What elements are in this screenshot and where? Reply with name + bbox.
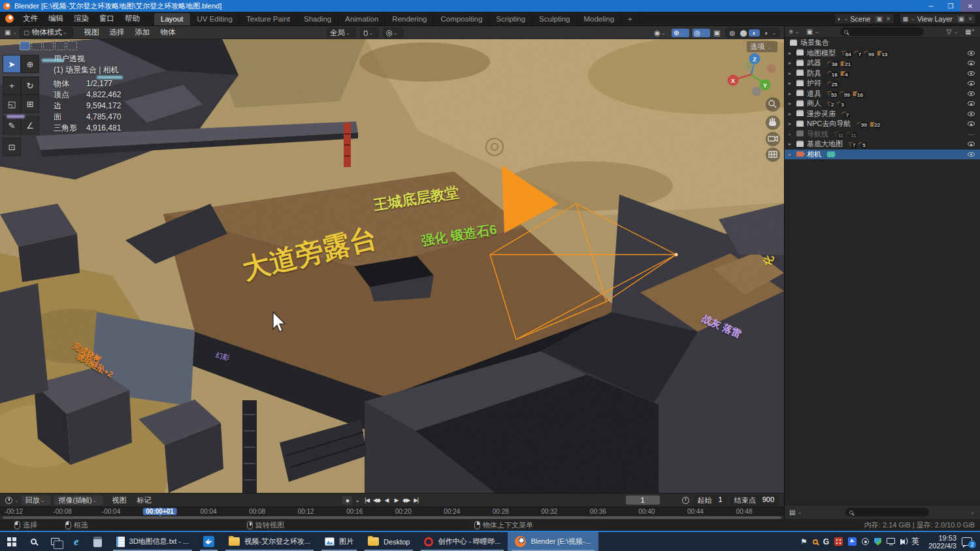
maximize-button[interactable]: ❐ <box>941 0 960 12</box>
outliner-row[interactable]: ▸武器◠38▦21 <box>785 58 980 69</box>
taskbar-windows-start-button[interactable] <box>0 532 24 551</box>
blender-menu-icon[interactable] <box>5 14 14 23</box>
timeline-menu[interactable]: 标记 <box>131 494 156 507</box>
expand-arrow-icon[interactable]: ▸ <box>789 141 796 147</box>
steam-tray-icon[interactable] <box>862 538 869 545</box>
workspace-tab[interactable]: Layout <box>154 13 191 25</box>
app-menu[interactable]: 渲染 <box>69 12 94 25</box>
taskbar-blue-bird-button[interactable] <box>196 532 221 551</box>
proportional-editing-dropdown[interactable]: ◎ ⌄ <box>383 27 404 38</box>
outliner-row[interactable]: ▸基底大地图▽7◠5 <box>785 139 980 150</box>
properties-editor-icon[interactable]: ▤ <box>789 509 795 516</box>
viewport-menu[interactable]: 添加 <box>129 26 155 39</box>
visibility-eye-icon[interactable] <box>968 71 975 76</box>
visibility-eye-icon[interactable] <box>968 152 975 157</box>
expand-arrow-icon[interactable]: ▸ <box>789 101 796 106</box>
visibility-eye-icon[interactable] <box>968 51 975 55</box>
snap-dropdown[interactable]: Ω ⌄ <box>360 27 379 38</box>
select-tweak-icon[interactable] <box>20 41 30 50</box>
new-scene-icon[interactable]: ▣ <box>875 16 883 22</box>
expand-arrow-icon[interactable]: ▸ <box>789 111 796 117</box>
tool-cursor[interactable]: ⊕ <box>21 55 39 73</box>
workspace-tab[interactable]: Compositing <box>434 13 489 25</box>
outliner-row[interactable]: ▸地图模型▽64◠7◠99▦13 <box>785 48 980 59</box>
app-menu[interactable]: 窗口 <box>94 12 120 25</box>
workspace-tab[interactable]: Modeling <box>577 13 621 25</box>
red-grid-tray-icon[interactable] <box>834 537 843 546</box>
display-mode-icon[interactable]: ▣ <box>807 28 813 35</box>
taskbar-folder-window[interactable]: 视频-艾尔登之环攻... <box>221 532 318 551</box>
next-keyframe-button[interactable]: ◆▶ <box>401 497 411 503</box>
axis-neg-z-ball[interactable] <box>753 87 761 96</box>
notification-center-icon[interactable]: 2 <box>962 537 972 546</box>
taskbar-pictures-window[interactable]: 图片 <box>318 532 361 551</box>
frame-start-field[interactable]: 起始1 <box>693 495 727 506</box>
timeline-menu[interactable]: 视图 <box>106 494 131 507</box>
tool-select-box[interactable]: ➤ <box>3 55 21 73</box>
jump-to-start-button[interactable]: |◀ <box>362 497 372 503</box>
workspace-tab[interactable]: Animation <box>338 13 385 25</box>
display-tray-icon[interactable] <box>887 538 895 544</box>
filter-icon[interactable]: ▽ <box>947 28 952 35</box>
outliner-row[interactable]: ▸道具▽53◠99▦16 <box>785 89 980 99</box>
tool-transform[interactable]: ⊞ <box>21 95 39 113</box>
workspace-tab[interactable]: Texture Paint <box>240 13 297 25</box>
select-lasso-icon[interactable] <box>55 41 65 50</box>
taskbar-folder-window[interactable]: Desktop <box>361 532 417 551</box>
g-hub-tray-icon[interactable]: G <box>823 537 829 546</box>
expand-arrow-icon[interactable]: ▸ <box>789 121 796 127</box>
transform-orientation-dropdown[interactable]: 全局 ⌄ <box>327 27 356 38</box>
prev-keyframe-button[interactable]: ◀◆ <box>372 497 382 503</box>
expand-arrow-icon[interactable]: ▸ <box>789 91 796 97</box>
tool-scale[interactable]: ◱ <box>3 95 21 113</box>
timeline-ruler[interactable]: -00:12-00:08-00:0400:00+0100:0400:0800:1… <box>0 507 784 516</box>
play-button[interactable]: ▶ <box>391 497 401 503</box>
rendered-shading-icon[interactable]: ◑ <box>760 29 771 37</box>
record-button[interactable]: ● <box>342 496 352 505</box>
workspace-tab[interactable]: Rendering <box>385 13 434 25</box>
taskbar-search-button[interactable] <box>24 532 44 551</box>
mode-dropdown[interactable]: ▢ 物体模式 ⌄ <box>20 27 73 38</box>
timeline-dropdown[interactable]: 回放⌄ <box>22 496 52 505</box>
tool-measure[interactable]: ∠ <box>21 116 39 134</box>
jump-to-end-button[interactable]: ▶| <box>411 497 421 503</box>
axis-neg-x-ball[interactable] <box>768 65 776 73</box>
auto-keying-clock-icon[interactable] <box>682 497 689 504</box>
outliner-row[interactable]: ▸导航线▽11◠11 <box>785 129 980 140</box>
expand-arrow-icon[interactable]: ▸ <box>789 50 796 56</box>
visibility-eye-icon[interactable] <box>968 101 975 106</box>
viewport-menu[interactable]: 选择 <box>104 26 129 39</box>
visibility-eye-icon[interactable] <box>968 142 975 146</box>
tool-annotate[interactable]: ✎ <box>3 116 21 134</box>
gizmos-toggle[interactable]: ⊕⌄ <box>672 29 689 37</box>
tool-add-cube[interactable]: ⊡ <box>3 138 21 156</box>
visibility-eye-icon[interactable] <box>968 61 975 65</box>
overlays-toggle[interactable]: ◎⌄ <box>693 29 710 37</box>
defender-tray-icon[interactable] <box>874 538 881 546</box>
visibility-dropdown[interactable]: ◉⌄ <box>654 29 668 37</box>
options-button[interactable]: 选项 ⌄ <box>747 41 777 52</box>
app-menu[interactable]: 帮助 <box>120 12 145 25</box>
visibility-eye-icon[interactable] <box>968 112 975 116</box>
select-circle-icon[interactable] <box>43 41 54 50</box>
xray-toggle[interactable]: ▣ <box>713 29 720 37</box>
tool-move[interactable]: + <box>3 76 21 95</box>
ime-indicator[interactable]: 英 <box>911 536 919 547</box>
3d-viewport[interactable]: Z X Y <box>0 39 784 493</box>
material-preview-icon[interactable]: ◐ <box>749 29 760 37</box>
outliner-row[interactable]: ▸漫步灵庙◠7 <box>785 109 980 119</box>
outliner-root-row[interactable]: 场景集合 <box>785 38 980 48</box>
expand-arrow-icon[interactable]: ▸ <box>789 60 796 66</box>
search-orange-tray-icon[interactable] <box>813 539 818 544</box>
clock[interactable]: 19:53 2022/4/3 <box>928 534 956 550</box>
visibility-eye-icon[interactable] <box>968 133 975 135</box>
select-extend-icon[interactable] <box>67 41 77 50</box>
current-frame-field[interactable]: 1 <box>626 496 660 505</box>
outliner-row[interactable]: ▸护符◠25 <box>785 78 980 89</box>
taskbar-task-view-button[interactable] <box>44 532 67 551</box>
workspace-tab[interactable]: + <box>621 13 640 25</box>
frame-end-field[interactable]: 结束点900 <box>730 495 779 506</box>
wireframe-shading-icon[interactable]: ◍ <box>727 29 738 37</box>
workspace-tab[interactable]: UV Editing <box>191 13 240 25</box>
play-reverse-button[interactable]: ◀ <box>382 497 391 503</box>
